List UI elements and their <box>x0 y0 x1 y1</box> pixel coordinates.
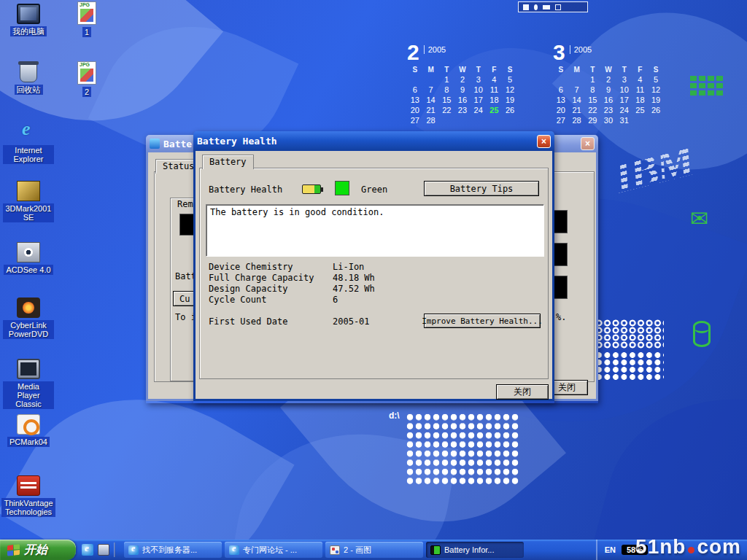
calendar-day-header: S <box>648 66 664 74</box>
watermark: 51nb com <box>635 535 741 559</box>
close-icon[interactable] <box>537 135 551 148</box>
calendar-day-header: W <box>454 66 471 74</box>
desktop-file-label: 1 <box>82 27 91 37</box>
taskbar-button-ie[interactable]: 专门网论坛 - ... <box>225 542 322 558</box>
calendar-date: 5 <box>502 75 518 84</box>
desktop-icon-recycle-bin[interactable]: 回收站 <box>3 62 54 95</box>
calendar-date: 4 <box>632 75 649 84</box>
taskbar-button-paint[interactable]: 2 - 画图 <box>325 542 423 558</box>
calendar-year: 2005 <box>570 45 592 54</box>
jpg-file-icon: JPG <box>77 1 96 25</box>
calendar-date: 2 <box>454 75 471 84</box>
tab-battery[interactable]: Battery <box>202 155 254 169</box>
calendar-date: 8 <box>438 85 454 94</box>
battery-status-value: Green <box>361 184 387 195</box>
calendar-date: 20 <box>407 106 423 114</box>
desktop-icon-internet-explorer[interactable]: Internet Explorer <box>3 122 54 164</box>
desktop-icon-pcmark04[interactable]: PCMark04 <box>3 414 54 447</box>
field-design-capacity-label: Design Capacity <box>209 284 287 294</box>
calendar-month-number: 3 <box>553 42 565 63</box>
field-full-charge-capacity-value: 48.18 Wh <box>333 273 375 283</box>
calendar-month-number: 2 <box>407 42 419 63</box>
start-label: 开始 <box>24 542 47 558</box>
taskbar-divider <box>114 542 115 557</box>
calendar-day-header: T <box>471 66 487 74</box>
media-player-classic-icon <box>17 359 40 379</box>
calendar-date: 14 <box>569 96 585 104</box>
calendar-date: 6 <box>553 85 569 94</box>
language-indicator[interactable]: EN <box>605 545 616 554</box>
condition-textbox[interactable]: The battery is in good condition. <box>206 204 544 257</box>
desktop-file-label: 2 <box>82 87 91 97</box>
calendar-date <box>632 116 649 125</box>
calendar-date: 7 <box>569 85 585 94</box>
condition-text: The battery is in good condition. <box>210 207 384 217</box>
taskbar-button-label: 2 - 画图 <box>344 545 371 556</box>
field-full-charge-capacity-label: Full Charge Capacity <box>209 273 314 283</box>
calendar-date: 16 <box>600 96 616 104</box>
calendar-date: 20 <box>553 106 569 114</box>
show-desktop-icon[interactable] <box>98 544 109 556</box>
desktop-icon-cyberlink-powerdvd[interactable]: CyberLink PowerDVD <box>3 298 54 339</box>
jpg-file-icon: JPG <box>77 61 96 85</box>
desktop-icon-label: CyberLink PowerDVD <box>3 320 54 339</box>
taskbar-button-label: 找不到服务器... <box>142 545 197 556</box>
start-button[interactable]: 开始 <box>0 540 76 560</box>
paint-icon <box>330 545 340 555</box>
my-computer-icon <box>17 4 40 24</box>
calendar-date <box>438 116 454 125</box>
calendar-date: 11 <box>487 85 503 94</box>
dot-ring-grid <box>595 319 664 349</box>
leaf-decoration <box>593 368 747 560</box>
desktop: IBM d:\ 22005 SMTWTFS1234567891011121314… <box>0 0 747 560</box>
internet-explorer-icon <box>17 122 40 143</box>
calendar-date <box>454 116 471 125</box>
taskbar-button-battery[interactable]: Battery Infor... <box>426 542 524 558</box>
calendar-date: 30 <box>600 116 616 125</box>
calendar-date: 8 <box>584 85 600 94</box>
desktop-file-jpg-file-2[interactable]: JPG2 <box>70 61 104 97</box>
improve-battery-health-button[interactable]: Improve Battery Health... <box>424 314 541 328</box>
calendar-date: 9 <box>600 85 616 94</box>
calendar-date: 16 <box>454 96 471 104</box>
calendar-date: 3 <box>471 75 487 84</box>
field-cycle-count-label: Cycle Count <box>209 295 266 305</box>
calendar-date: 25 <box>632 106 649 114</box>
calendar-date: 24 <box>471 106 487 114</box>
close-icon[interactable] <box>581 137 595 150</box>
calendar-date: 27 <box>553 116 569 125</box>
desktop-icon-thinkvantage-technologies[interactable]: ThinkVantage Technologies <box>3 475 54 517</box>
desktop-file-jpg-file-1[interactable]: JPG1 <box>70 1 104 37</box>
calendar-day-header: F <box>632 66 649 74</box>
desktop-icon-my-computer[interactable]: 我的电脑 <box>3 4 54 36</box>
calendar-date: 21 <box>569 106 585 114</box>
battery-health-titlebar[interactable]: Battery Health <box>193 131 554 151</box>
desktop-icon-3dmark2001-se[interactable]: 3DMark2001 SE <box>3 181 54 222</box>
desktop-icon-acdsee-4[interactable]: ACDSee 4.0 <box>3 242 54 275</box>
file-type-badge: JPG <box>80 2 90 7</box>
calendar-date: 18 <box>632 96 649 104</box>
desktop-icon-media-player-classic[interactable]: Media Player Classic <box>3 359 54 409</box>
desktop-icon-label: 我的电脑 <box>10 26 47 36</box>
first-used-date-value: 2005-01 <box>333 316 370 327</box>
calendar-date: 26 <box>502 106 518 114</box>
calendar-date <box>569 75 585 84</box>
calendar-date: 24 <box>616 106 632 114</box>
calendar-day-header: F <box>487 66 503 74</box>
calendar-day-header: M <box>423 66 439 74</box>
taskbar-button-ie[interactable]: 找不到服务器... <box>124 542 222 558</box>
calendar-day-header: T <box>584 66 600 74</box>
taskbar-button-label: Battery Infor... <box>444 545 494 554</box>
field-design-capacity-value: 47.52 Wh <box>333 284 375 294</box>
battery-tips-button[interactable]: Battery Tips <box>424 181 539 196</box>
ie-quicklaunch-icon[interactable] <box>82 544 93 556</box>
calendar-date: 9 <box>454 85 471 94</box>
close-button[interactable]: 关闭 <box>496 384 549 400</box>
calendar-date: 26 <box>648 106 664 114</box>
calendar-date: 23 <box>600 106 616 114</box>
calendar-date: 1 <box>438 75 454 84</box>
ibm-logo: IBM <box>609 136 697 203</box>
watermark-suffix: com <box>697 535 741 559</box>
calendar-date: 17 <box>616 96 632 104</box>
calendar-date: 10 <box>471 85 487 94</box>
